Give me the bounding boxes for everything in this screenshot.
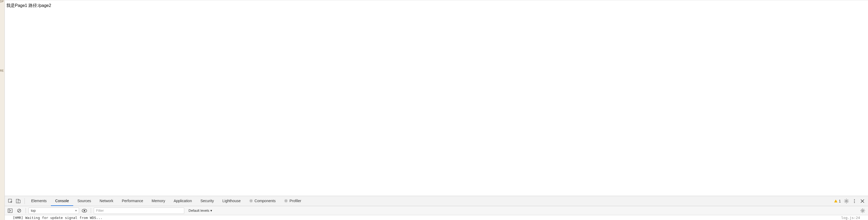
console-log-message: [HMR] Waiting for update signal from WDS… bbox=[13, 216, 841, 220]
tab-label: Security bbox=[200, 199, 214, 203]
tab-label: Network bbox=[100, 199, 113, 203]
console-toolbar: top Default levels ▾ bbox=[5, 206, 868, 215]
svg-line-38 bbox=[861, 212, 862, 212]
svg-line-17 bbox=[847, 202, 848, 203]
tab-label: Memory bbox=[152, 199, 165, 203]
live-expression-icon[interactable] bbox=[81, 207, 88, 214]
toolbar-divider bbox=[26, 208, 26, 213]
page-content-text: 我是Page1 路径:/page2 bbox=[6, 3, 51, 8]
warning-icon bbox=[834, 199, 838, 203]
console-settings-icon[interactable] bbox=[859, 207, 866, 214]
tab-performance[interactable]: Performance bbox=[117, 196, 147, 206]
svg-point-22 bbox=[854, 202, 855, 203]
edge-label-top: DP bbox=[0, 0, 4, 3]
svg-rect-2 bbox=[18, 200, 20, 203]
log-levels-select[interactable]: Default levels ▾ bbox=[186, 209, 215, 213]
log-levels-label: Default levels ▾ bbox=[188, 209, 212, 213]
svg-line-18 bbox=[845, 202, 845, 203]
svg-line-37 bbox=[864, 212, 864, 212]
settings-icon[interactable] bbox=[842, 197, 850, 205]
tab-network[interactable]: Network bbox=[95, 196, 117, 206]
execution-context-select[interactable]: top bbox=[29, 208, 79, 214]
warnings-count: 1 bbox=[839, 199, 841, 203]
clear-console-icon[interactable] bbox=[16, 207, 23, 214]
execution-context-label: top bbox=[31, 209, 36, 213]
inspect-element-icon[interactable] bbox=[6, 197, 14, 205]
editor-left-strip: DP RE bbox=[0, 0, 5, 220]
tab-label: Application bbox=[174, 199, 192, 203]
tab-label: Console bbox=[55, 199, 69, 203]
svg-line-28 bbox=[18, 209, 21, 212]
console-log-row: [HMR] Waiting for update signal from WDS… bbox=[5, 215, 868, 220]
svg-point-30 bbox=[84, 210, 85, 212]
console-filter-input[interactable] bbox=[94, 208, 184, 214]
close-devtools-icon[interactable] bbox=[859, 197, 866, 205]
page-viewport: 我是Page1 路径:/page2 bbox=[5, 0, 868, 196]
tab-application[interactable]: Application bbox=[169, 196, 196, 206]
device-toolbar-icon[interactable] bbox=[14, 197, 22, 205]
devtools-tabstrip: Elements Console Sources Network Perform… bbox=[5, 196, 868, 206]
svg-point-7 bbox=[286, 200, 286, 201]
devtools-panel: Elements Console Sources Network Perform… bbox=[5, 196, 868, 220]
react-icon bbox=[249, 199, 253, 203]
tab-label: Sources bbox=[78, 199, 91, 203]
svg-point-20 bbox=[854, 199, 855, 200]
edge-label-mid: RE bbox=[0, 69, 4, 72]
tab-label: Elements bbox=[31, 199, 46, 203]
console-sidebar-toggle-icon[interactable] bbox=[6, 207, 14, 214]
tab-elements[interactable]: Elements bbox=[27, 196, 51, 206]
tab-security[interactable]: Security bbox=[196, 196, 218, 206]
warnings-badge[interactable]: 1 bbox=[832, 199, 842, 203]
tab-label: Performance bbox=[122, 199, 143, 203]
console-log-source[interactable]: log.js:24 bbox=[841, 216, 860, 220]
tab-label: Profiler bbox=[289, 199, 301, 203]
svg-line-36 bbox=[861, 209, 862, 210]
react-icon bbox=[284, 199, 288, 203]
tab-memory[interactable]: Memory bbox=[148, 196, 169, 206]
tab-components[interactable]: Components bbox=[245, 196, 280, 206]
tab-console[interactable]: Console bbox=[51, 196, 73, 206]
svg-line-16 bbox=[845, 199, 845, 200]
svg-line-19 bbox=[847, 199, 848, 200]
tab-profiler[interactable]: Profiler bbox=[280, 196, 305, 206]
tab-label: Lighthouse bbox=[222, 199, 241, 203]
svg-point-21 bbox=[854, 200, 855, 201]
tab-sources[interactable]: Sources bbox=[73, 196, 95, 206]
svg-line-39 bbox=[864, 209, 864, 210]
more-menu-icon[interactable] bbox=[850, 197, 859, 205]
svg-point-3 bbox=[251, 200, 251, 201]
toolbar-divider bbox=[91, 208, 91, 213]
tab-label: Components bbox=[254, 199, 276, 203]
svg-point-11 bbox=[846, 200, 847, 202]
tab-lighthouse[interactable]: Lighthouse bbox=[218, 196, 245, 206]
svg-point-31 bbox=[862, 210, 864, 212]
